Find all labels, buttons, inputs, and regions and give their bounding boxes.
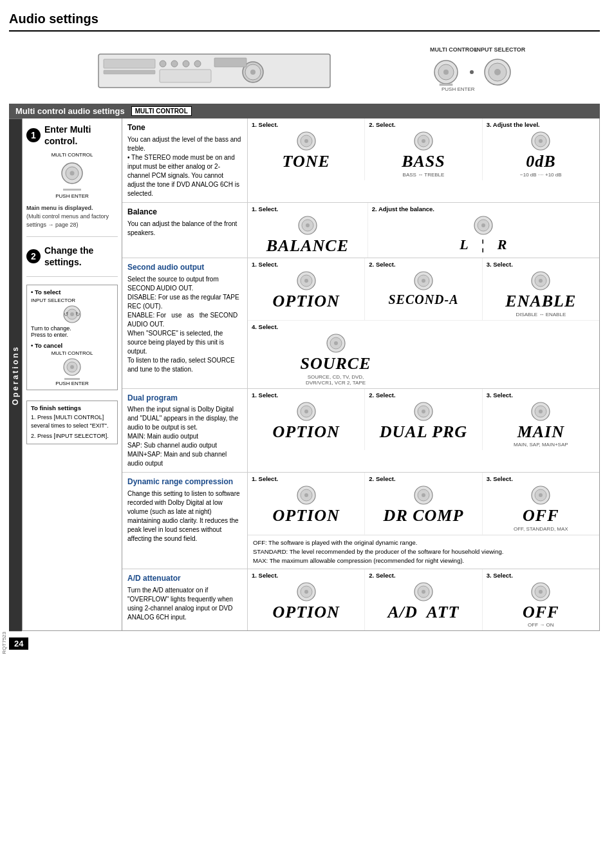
- sa-knob2: [413, 270, 434, 291]
- tip-push-label: PUSH ENTER: [31, 381, 113, 386]
- section-header: Multi control audio settings MULTI CONTR…: [9, 104, 600, 118]
- svg-point-25: [70, 171, 75, 176]
- sa-knob4: [326, 333, 346, 354]
- tip-box: • To select INPUT SELECTOR ↺ ↻ Turn to c…: [26, 285, 118, 390]
- operations-label: Operations: [9, 118, 22, 631]
- ad-knob2-icon: [413, 581, 434, 602]
- ad-step3-label: 3. Select.: [487, 572, 513, 579]
- tip-input-selector-label: INPUT SELECTOR: [31, 297, 113, 303]
- ad-display2: A/D ATT: [387, 603, 459, 622]
- second-audio-desc: Second audio output Select the source to…: [122, 258, 248, 388]
- dr-knob3-icon: [530, 485, 551, 505]
- dual-program-title: Dual program: [127, 393, 242, 404]
- step1-knob-container: [26, 162, 118, 185]
- dual-step1-label: 1. Select.: [252, 392, 278, 399]
- tone-steps: 1. Select. TONE: [248, 118, 599, 202]
- svg-rect-7: [160, 70, 211, 82]
- tip-press-label: Press to enter.: [31, 332, 113, 338]
- ad-knob3-icon: [530, 581, 551, 602]
- finish-line1: 1. Press [MULTI CONTROL] several times t…: [31, 413, 113, 431]
- sa-knob3-icon: [530, 270, 551, 291]
- page-footer: 24: [9, 637, 600, 650]
- tone-title: Tone: [127, 122, 242, 133]
- finish-title: To finish settings: [31, 404, 113, 411]
- ad-attenuator-title: A/D attenuator: [127, 573, 242, 584]
- ad-sub3: OFF → ON: [528, 622, 554, 628]
- dual-step3: 3. Select. MAIN MAIN, SAP, MAIN+S: [483, 389, 599, 451]
- step1-multi-label: MULTI CONTROL: [26, 152, 118, 158]
- ad-knob1: [296, 581, 317, 602]
- dual-step1: 1. Select. OPTION: [248, 389, 365, 451]
- sa-display4: SOURCE: [300, 355, 371, 373]
- ad-attenuator-text: Turn the A/D attenuator on if "OVERFLOW"…: [127, 586, 242, 622]
- step2-block: 2 Change thesettings.: [26, 245, 118, 268]
- svg-point-16: [443, 70, 449, 75]
- dual-knob1-icon: [296, 401, 317, 422]
- doc-number: RQT7523: [1, 632, 7, 654]
- ad-attenuator-steps: 1. Select. OPTION: [248, 569, 599, 631]
- balance-knob1: [297, 215, 318, 236]
- sidebar-divider2: [26, 276, 118, 277]
- balance-knob1-icon: [297, 215, 318, 236]
- svg-point-10: [250, 70, 256, 75]
- step1-knob-icon: [60, 162, 84, 185]
- tone-knob1-icon: [296, 131, 317, 151]
- operations-wrapper: Operations 1 Enter Multicontrol. MULTI C…: [9, 118, 600, 631]
- tone-step3: 3. Adjust the level. 0dB −10 dB ·: [483, 118, 599, 180]
- dual-knob3: [530, 401, 551, 422]
- tone-knob2-icon: [413, 131, 434, 151]
- balance-step-row: 1. Select. BALANCE: [248, 203, 599, 258]
- ad-step2-label: 2. Select.: [369, 572, 395, 579]
- svg-point-39: [422, 139, 425, 143]
- svg-point-84: [422, 590, 425, 594]
- svg-point-81: [304, 590, 308, 594]
- svg-point-87: [539, 590, 543, 594]
- ad-attenuator-desc: A/D attenuator Turn the A/D attenuator o…: [122, 569, 248, 631]
- sa-step3-label: 3. Select.: [487, 261, 513, 268]
- second-audio-step4: 4. Select. SOURCE SOURCE, CD, TV,: [248, 321, 423, 388]
- sa-knob4-icon: [326, 333, 346, 354]
- dr-knob2: [413, 485, 434, 505]
- tip-cancel-knob-icon: [62, 357, 82, 377]
- step1-push-bar: [63, 189, 81, 191]
- svg-point-60: [334, 341, 338, 345]
- tone-knob3: [530, 131, 551, 151]
- svg-point-75: [422, 493, 425, 497]
- sa-knob2-icon: [413, 270, 434, 291]
- tip-knob-icon: ↺ ↻: [62, 305, 82, 324]
- sa-knob1-icon: [296, 270, 317, 291]
- dr-step1-label: 1. Select.: [252, 475, 278, 482]
- dual-knob2: [413, 401, 434, 422]
- dual-knob1: [296, 401, 317, 422]
- right-content: Tone You can adjust the level of the bas…: [122, 118, 599, 630]
- svg-text:PUSH ENTER: PUSH ENTER: [442, 86, 475, 92]
- multi-control-badge: MULTI CONTROL: [131, 106, 192, 116]
- dual-step3-label: 3. Select.: [487, 392, 513, 399]
- balance-step1: 1. Select. BALANCE: [248, 203, 368, 258]
- main-content: 1 Enter Multicontrol. MULTI CONTROL: [22, 118, 600, 631]
- second-audio-row1: 1. Select. OPTION: [248, 258, 599, 321]
- step1-number: 1: [26, 128, 41, 142]
- tip-push-bar: [64, 378, 80, 380]
- dual-knob3-icon: [530, 401, 551, 422]
- tone-desc: Tone You can adjust the level of the bas…: [122, 118, 248, 202]
- dual-program-section: Dual program When the input signal is Do…: [122, 389, 599, 473]
- svg-point-63: [304, 410, 308, 413]
- ad-step-row: 1. Select. OPTION: [248, 569, 599, 631]
- step2-title: Change thesettings.: [44, 245, 93, 268]
- dr-step2-label: 2. Select.: [369, 475, 395, 482]
- dr-knob1-icon: [296, 485, 317, 505]
- svg-text:↻: ↻: [75, 311, 80, 317]
- dr-knob3: [530, 485, 551, 505]
- dual-step2-label: 2. Select.: [369, 392, 395, 399]
- step1-title: Enter Multicontrol.: [44, 124, 91, 147]
- tip-to-cancel: • To cancel: [31, 342, 113, 349]
- svg-point-69: [539, 410, 543, 413]
- dr-step1: 1. Select. OPTION: [248, 473, 365, 534]
- balance-knob2: [473, 215, 494, 236]
- tip-cancel-knob: [31, 357, 113, 377]
- dual-display1: OPTION: [273, 423, 340, 442]
- finish-box: To finish settings 1. Press [MULTI CONTR…: [26, 401, 118, 445]
- sidebar-divider1: [26, 236, 118, 237]
- second-audio-steps: 1. Select. OPTION: [248, 258, 599, 388]
